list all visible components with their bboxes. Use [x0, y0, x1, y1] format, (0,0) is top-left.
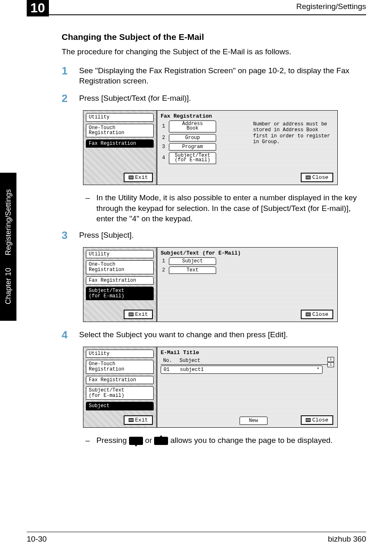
menu-number: 4 [161, 155, 166, 161]
header-rule [27, 14, 366, 15]
step-number: 1 [62, 65, 67, 86]
menu-address-book[interactable]: Address Book [169, 120, 216, 132]
side-tab-chapter: Chapter 10 [4, 268, 13, 304]
pager: 1 1 [327, 357, 334, 367]
note-text: In the Utility Mode, it is also possible… [97, 192, 366, 224]
screenshot-fax-registration: Utility One-Touch Registration Fax Regis… [83, 110, 338, 185]
keypad-icon [306, 313, 311, 316]
page-down-icon [129, 437, 143, 445]
menu-subject-text[interactable]: Subject/Text (for E-mail) [169, 152, 216, 164]
row-star: * [314, 367, 322, 373]
nav-faxreg-tab[interactable]: Fax Registration [86, 376, 154, 385]
exit-label: Exit [135, 311, 148, 317]
nav-utility-tab[interactable]: Utility [86, 113, 154, 122]
close-button[interactable]: Close [301, 310, 333, 319]
screenshot-email-title: Utility One-Touch Registration Fax Regis… [83, 347, 338, 428]
chapter-number: 10 [27, 0, 49, 16]
nav-faxreg-tab[interactable]: Fax Registration [86, 139, 154, 148]
close-button[interactable]: Close [301, 173, 333, 182]
screenshot-subject-text: Utility One-Touch Registration Fax Regis… [83, 247, 338, 322]
step-text: See "Displaying the Fax Registration Scr… [79, 65, 366, 86]
menu-number: 2 [161, 267, 166, 273]
side-tab: Registering/Settings Chapter 10 [0, 173, 16, 321]
step-number: 3 [62, 230, 67, 241]
nav-faxreg-tab[interactable]: Fax Registration [86, 276, 154, 285]
press-text-b: or [145, 436, 154, 445]
step-3: 3 Press [Subject]. [62, 230, 366, 241]
section-intro: The procedure for changing the Subject o… [62, 47, 366, 57]
screen-title: E-Mail Title [161, 350, 334, 356]
footer-product: bizhub 360 [328, 535, 366, 544]
close-label: Close [312, 311, 328, 317]
screen-title: Subject/Text (for E-Mail) [161, 250, 334, 256]
table-header: No. Subject [161, 357, 334, 365]
nav-utility-tab[interactable]: Utility [86, 250, 154, 259]
step-2: 2 Press [Subject/Text (for E-mail)]. [62, 93, 366, 104]
info-text: Number or address must be stored in Addr… [253, 121, 333, 145]
step2-note: – In the Utility Mode, it is also possib… [85, 192, 366, 224]
side-tab-section: Registering/Settings [4, 189, 13, 255]
close-button[interactable]: Close [301, 415, 333, 425]
close-label: Close [312, 174, 328, 181]
exit-label: Exit [135, 174, 148, 181]
step-text: Press [Subject]. [79, 230, 134, 241]
step-text: Press [Subject/Text (for E-mail)]. [79, 93, 191, 104]
page-footer: 10-30 bizhub 360 [27, 532, 366, 544]
pager-total: 1 [327, 362, 334, 367]
close-label: Close [312, 417, 328, 423]
nav-onetouch-tab[interactable]: One-Touch Registration [86, 360, 154, 373]
keypad-icon [129, 176, 134, 179]
section-heading: Changing the Subject of the E-Mail [62, 32, 366, 42]
step-number: 4 [62, 329, 67, 340]
nav-onetouch-tab[interactable]: One-Touch Registration [86, 260, 154, 274]
nav-subjecttext-tab[interactable]: Subject/Text (for E-mail) [86, 287, 154, 300]
step-1: 1 See "Displaying the Fax Registration S… [62, 65, 366, 86]
nav-utility-tab[interactable]: Utility [86, 350, 154, 358]
menu-number: 3 [161, 144, 166, 150]
nav-subjecttext-tab[interactable]: Subject/Text (for E-mail) [86, 386, 154, 400]
page-up-icon [154, 437, 168, 445]
nav-subject-tab[interactable]: Subject [86, 402, 154, 410]
menu-subject[interactable]: Subject [169, 257, 216, 265]
menu-number: 1 [161, 123, 166, 129]
keypad-icon [129, 418, 134, 422]
col-subject: Subject [180, 358, 334, 364]
dash: – [85, 435, 90, 446]
exit-button[interactable]: Exit [124, 415, 153, 425]
step-4: 4 Select the Subject you want to change … [62, 329, 366, 340]
step-text: Select the Subject you want to change an… [79, 329, 288, 340]
col-no: No. [163, 358, 180, 364]
keypad-icon [129, 313, 134, 316]
row-no: 01 [164, 367, 180, 373]
exit-button[interactable]: Exit [124, 310, 153, 319]
keypad-icon [306, 418, 311, 422]
menu-text[interactable]: Text [169, 266, 216, 274]
row-subject: subject1 [180, 367, 314, 373]
exit-label: Exit [135, 417, 148, 423]
dash: – [85, 192, 90, 224]
keypad-icon [306, 176, 311, 179]
pager-cur: 1 [327, 357, 334, 362]
table-row[interactable]: 01 subject1 * [161, 366, 323, 374]
press-text-c: allows you to change the page to be disp… [171, 436, 333, 445]
menu-number: 2 [161, 135, 166, 141]
menu-program[interactable]: Program [169, 143, 216, 151]
menu-group[interactable]: Group [169, 134, 216, 141]
menu-number: 1 [161, 258, 166, 264]
screen-title: Fax Registration [161, 113, 334, 119]
pressing-note: – Pressing or allows you to change the p… [85, 435, 366, 446]
step-number: 2 [62, 93, 67, 104]
exit-button[interactable]: Exit [124, 173, 153, 182]
new-button[interactable]: New [240, 417, 267, 425]
running-head: Registering/Settings [296, 2, 366, 11]
page-header: 10 Registering/Settings [27, 0, 366, 16]
footer-page: 10-30 [27, 535, 47, 544]
nav-onetouch-tab[interactable]: One-Touch Registration [86, 124, 154, 137]
press-text-a: Pressing [97, 436, 129, 445]
